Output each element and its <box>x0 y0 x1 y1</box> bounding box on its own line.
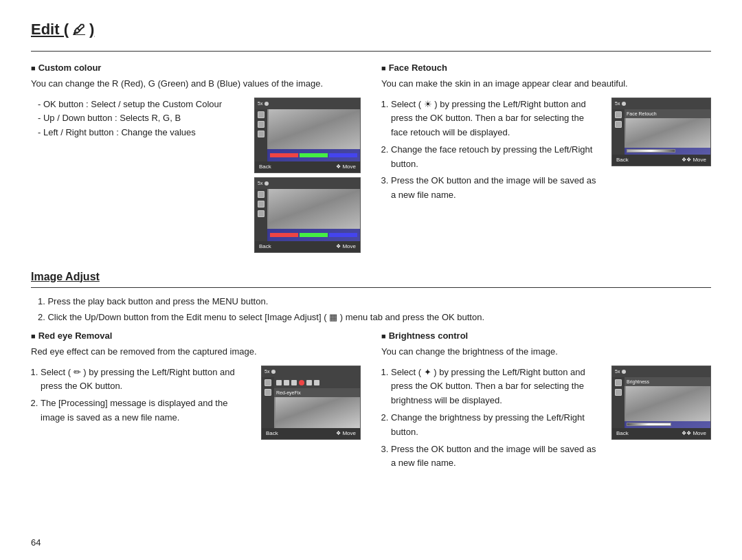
bullet-ok: - OK button : Select / setup the Custom … <box>38 98 234 112</box>
screen-back-label-br: Back <box>616 430 629 436</box>
screen-back-label-fr: Back <box>616 157 629 163</box>
custom-colour-header: Custom colour <box>31 63 361 73</box>
brightness-step-3: Press the OK button and the image will b… <box>391 443 598 471</box>
brightness-screen-label: Brightness <box>625 377 710 386</box>
brightness-steps: Select ( ✦ ) by pressing the Left/Right … <box>381 366 598 471</box>
custom-colour-screen-1: 5x <box>254 98 361 173</box>
edit-icon: 🖊 <box>73 23 85 37</box>
custom-colour-screen-2: 5x <box>254 177 361 253</box>
image-adjust-title: Image Adjust <box>31 271 711 283</box>
red-eye-header: Red eye Removal <box>31 331 361 341</box>
face-step-3: Press the OK button and the image will b… <box>391 174 598 203</box>
red-eye-section: Red eye Removal Red eye effect can be re… <box>31 331 361 478</box>
intro-step-1: 1. Press the play back button and press … <box>38 295 711 309</box>
bullet-leftright: - Left / Right button : Change the value… <box>38 126 234 140</box>
screen-move-label-2: Move <box>342 243 356 249</box>
red-eye-steps: Select ( ✏ ) by pressing the Left/Right … <box>31 366 247 425</box>
brightness-step-2: Change the brightness by pressing the Le… <box>391 411 598 440</box>
bullet-updown: - Up / Down button : Selects R, G, B <box>38 111 234 126</box>
screen-back-label-re: Back <box>266 430 278 436</box>
page-title: Edit ( 🖊 ) <box>31 21 711 38</box>
brightness-step-1: Select ( ✦ ) by pressing the Left/Right … <box>391 366 598 408</box>
face-retouch-image: 5x Face Retouch <box>611 98 711 166</box>
custom-colour-body: You can change the R (Red), G (Green) an… <box>31 77 361 91</box>
face-retouch-label: Face Retouch <box>625 109 710 118</box>
image-adjust-intro: 1. Press the play back button and press … <box>38 295 711 326</box>
face-retouch-section: Face Retouch You can make the skin in an… <box>381 63 711 260</box>
redeye-step-1: Select ( ✏ ) by pressing the Left/Right … <box>41 366 247 394</box>
brightness-image: 5x Brightness <box>611 366 711 440</box>
custom-colour-bullets: - OK button : Select / setup the Custom … <box>31 98 234 253</box>
custom-colour-images: 5x <box>254 98 361 253</box>
face-retouch-body: You can make the skin in an image appear… <box>381 77 711 91</box>
red-eye-screen-label: Red-eyeFix <box>274 388 360 397</box>
intro-step-2: 2. Click the Up/Down button from the Edi… <box>38 311 711 325</box>
custom-colour-section: Custom colour You can change the R (Red)… <box>31 63 361 260</box>
brightness-header: Brightness control <box>381 331 711 341</box>
image-adjust-section: Image Adjust 1. Press the play back butt… <box>31 271 711 478</box>
face-retouch-header: Face Retouch <box>381 63 711 73</box>
screen-back-label-1: Back <box>259 164 271 170</box>
face-step-1: Select ( ☀ ) by pressing the Left/Right … <box>391 98 598 140</box>
screen-move-label-1: Move <box>342 164 356 170</box>
brightness-body: You can change the brightness of the ima… <box>381 345 711 359</box>
brightness-section: Brightness control You can change the br… <box>381 331 711 478</box>
face-retouch-steps: Select ( ☀ ) by pressing the Left/Right … <box>381 98 598 203</box>
red-eye-image: 5x <box>261 366 361 440</box>
page-number: 64 <box>31 537 41 548</box>
red-eye-body: Red eye effect can be removed from the c… <box>31 345 361 359</box>
screen-back-label-2: Back <box>259 243 271 249</box>
face-step-2: Change the face retouch by pressing the … <box>391 143 598 172</box>
redeye-step-2: The [Processing] message is displayed an… <box>41 396 247 425</box>
